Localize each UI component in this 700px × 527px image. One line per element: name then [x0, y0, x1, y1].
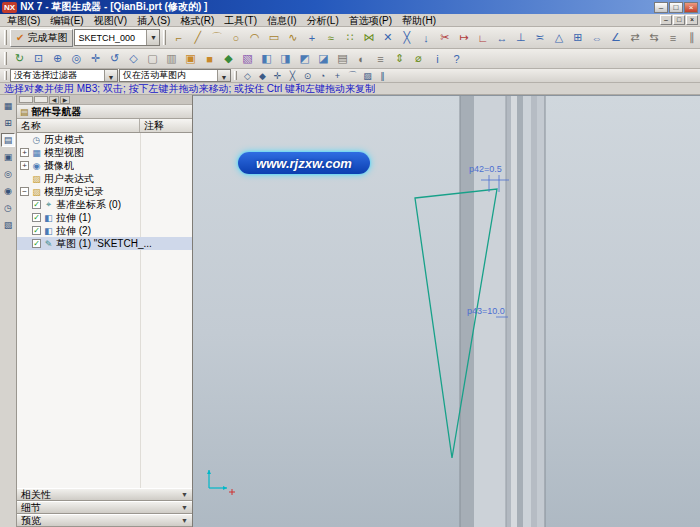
- hd3d-tool-icon[interactable]: ◎: [1, 167, 15, 181]
- menu-item[interactable]: 草图(S): [2, 14, 45, 26]
- details-section[interactable]: 细节 ▼: [17, 501, 192, 514]
- menu-item[interactable]: 格式(R): [175, 14, 219, 26]
- constraints-icon[interactable]: ⊥: [511, 29, 530, 47]
- tree-row-model-views[interactable]: + ▦ 模型视图: [17, 146, 192, 159]
- move-object-icon[interactable]: ⇕: [390, 51, 409, 67]
- inferred-dimensions-icon[interactable]: ↔: [492, 29, 511, 47]
- orient-side-icon[interactable]: ◩: [295, 51, 314, 67]
- toolbar-grip[interactable]: [4, 52, 7, 65]
- measure-distance-icon[interactable]: ⌀: [409, 51, 428, 67]
- intersection-point-icon[interactable]: ✕: [378, 29, 397, 47]
- pan-icon[interactable]: ✛: [86, 51, 105, 67]
- point-icon[interactable]: +: [302, 29, 321, 47]
- tree-row-extrude-1[interactable]: ✓ ◧ 拉伸 (1): [17, 211, 192, 224]
- toolbar-grip[interactable]: [4, 30, 7, 44]
- tree-row-history-mode[interactable]: ◷ 历史模式: [17, 133, 192, 146]
- information-icon[interactable]: i: [428, 51, 447, 67]
- rectangle-icon[interactable]: ▭: [264, 29, 283, 47]
- snapshot-icon[interactable]: ▤: [333, 51, 352, 67]
- dimension-height-label[interactable]: p43=10.0: [467, 306, 505, 316]
- column-name[interactable]: 名称: [17, 119, 140, 132]
- wireframe-icon[interactable]: ▢: [143, 51, 162, 67]
- profile-icon[interactable]: ⌐: [169, 29, 188, 47]
- tab-scroll-right-button[interactable]: ▶: [60, 96, 70, 104]
- make-corner-icon[interactable]: ∟: [473, 29, 492, 47]
- mdi-restore-button[interactable]: □: [673, 15, 685, 25]
- help-icon[interactable]: ?: [447, 51, 466, 67]
- auto-constrain-icon[interactable]: ⊞: [568, 29, 587, 47]
- snap-control-point-icon[interactable]: ✛: [270, 70, 285, 82]
- tree-row-user-expressions[interactable]: ▨ 用户表达式: [17, 172, 192, 185]
- reuse-library-icon[interactable]: ▣: [1, 150, 15, 164]
- mirror-curve-icon[interactable]: ⋈: [359, 29, 378, 47]
- web-browser-icon[interactable]: ◉: [1, 184, 15, 198]
- orient-top-icon[interactable]: ◧: [257, 51, 276, 67]
- auto-dimension-icon[interactable]: ⇔: [587, 29, 606, 47]
- expand-icon[interactable]: +: [20, 161, 29, 170]
- shaded-icon[interactable]: ■: [200, 51, 219, 67]
- mdi-close-button[interactable]: ×: [686, 15, 698, 25]
- pattern-curve-icon[interactable]: ∷: [340, 29, 359, 47]
- constraint-navigator-icon[interactable]: ⊞: [1, 116, 15, 130]
- fit-view-icon[interactable]: ⊡: [29, 51, 48, 67]
- chevron-down-icon[interactable]: ▼: [146, 30, 159, 45]
- toolbar-grip[interactable]: [234, 71, 237, 79]
- dependencies-section[interactable]: 相关性 ▼: [17, 488, 192, 501]
- feature-checkbox[interactable]: ✓: [32, 213, 41, 222]
- menu-item[interactable]: 分析(L): [302, 14, 344, 26]
- feature-checkbox[interactable]: ✓: [32, 200, 41, 209]
- zoom-window-icon[interactable]: ◎: [67, 51, 86, 67]
- make-symmetric-icon[interactable]: ≍: [530, 29, 549, 47]
- zoom-in-icon[interactable]: ⊕: [48, 51, 67, 67]
- convert-reference-icon[interactable]: ⇄: [625, 29, 644, 47]
- orient-front-icon[interactable]: ◨: [276, 51, 295, 67]
- snap-mid-point-icon[interactable]: ◆: [255, 70, 270, 82]
- history-icon[interactable]: ◷: [1, 201, 15, 215]
- collapse-icon[interactable]: −: [20, 187, 29, 196]
- quick-extend-icon[interactable]: ↦: [454, 29, 473, 47]
- offset-curve-icon[interactable]: ≈: [321, 29, 340, 47]
- fillet-icon[interactable]: ◠: [245, 29, 264, 47]
- rotate-icon[interactable]: ↺: [105, 51, 124, 67]
- snap-point-on-curve-icon[interactable]: ⌒: [345, 70, 360, 82]
- snap-arc-center-icon[interactable]: ⊙: [300, 70, 315, 82]
- preview-section[interactable]: 预览 ▼: [17, 514, 192, 527]
- tree-row-sketch[interactable]: ✓ ✎ 草图 (1) "SKETCH_...: [17, 237, 192, 250]
- hidden-edges-icon[interactable]: ▥: [162, 51, 181, 67]
- expand-icon[interactable]: +: [20, 148, 29, 157]
- intersection-curve-icon[interactable]: ╳: [397, 29, 416, 47]
- column-comment[interactable]: 注释: [140, 119, 192, 132]
- sketch-name-combo[interactable]: SKETCH_000 ▼: [74, 29, 160, 46]
- tree-row-extrude-2[interactable]: ✓ ◧ 拉伸 (2): [17, 224, 192, 237]
- alternate-solution-icon[interactable]: ⇆: [644, 29, 663, 47]
- menu-item[interactable]: 编辑(E): [45, 14, 88, 26]
- snap-intersection-icon[interactable]: ╳: [285, 70, 300, 82]
- toolbar-grip[interactable]: [163, 30, 166, 44]
- refresh-icon[interactable]: ↻: [10, 51, 29, 67]
- feature-checkbox[interactable]: ✓: [32, 239, 41, 248]
- project-curve-icon[interactable]: ↓: [416, 29, 435, 47]
- tree-row-model-history[interactable]: − ▨ 模型历史记录: [17, 185, 192, 198]
- snap-existing-point-icon[interactable]: +: [330, 70, 345, 82]
- roles-icon[interactable]: ▧: [1, 218, 15, 232]
- snap-two-curves-icon[interactable]: ∥: [375, 70, 390, 82]
- selection-filter-combo[interactable]: 没有选择过滤器 ▼: [10, 69, 118, 82]
- layer-settings-icon[interactable]: ≡: [371, 51, 390, 67]
- tree-row-cameras[interactable]: + ◉ 摄像机: [17, 159, 192, 172]
- menu-item[interactable]: 工具(T): [219, 14, 262, 26]
- close-button[interactable]: ×: [684, 2, 698, 13]
- minimize-button[interactable]: –: [654, 2, 668, 13]
- dimension-width-label[interactable]: p42=0.5: [469, 164, 502, 174]
- orient-isometric-icon[interactable]: ◪: [314, 51, 333, 67]
- snap-quadrant-icon[interactable]: ◔: [315, 70, 330, 82]
- mdi-minimize-button[interactable]: –: [660, 15, 672, 25]
- quick-trim-icon[interactable]: ✂: [435, 29, 454, 47]
- maximize-button[interactable]: □: [669, 2, 683, 13]
- menu-item[interactable]: 视图(V): [89, 14, 132, 26]
- chevron-down-icon[interactable]: ▼: [104, 70, 117, 81]
- assembly-navigator-icon[interactable]: ▦: [1, 99, 15, 113]
- show-hide-icon[interactable]: ◐: [352, 51, 371, 67]
- selection-scope-combo[interactable]: 仅在活动草图内 ▼: [119, 69, 231, 82]
- face-analysis-icon[interactable]: ▧: [238, 51, 257, 67]
- perspective-icon[interactable]: ◇: [124, 51, 143, 67]
